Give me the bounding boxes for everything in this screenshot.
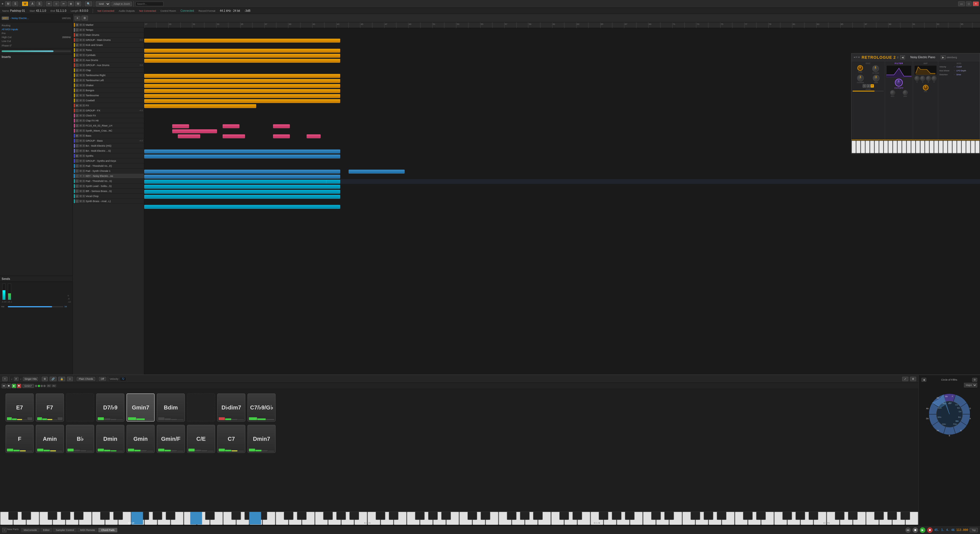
- cof-prev-btn[interactable]: ◀: [921, 378, 926, 382]
- clip[interactable]: [273, 124, 290, 128]
- track-solo-btn[interactable]: S: [82, 74, 85, 77]
- track-solo-btn[interactable]: S: [82, 129, 85, 132]
- toolbar-btn-zoom-in[interactable]: 🔍: [85, 2, 92, 6]
- tab-editor[interactable]: Editor: [40, 528, 52, 532]
- cpads-settings-btn[interactable]: ⚙: [42, 377, 48, 381]
- track-mute-btn[interactable]: M: [79, 29, 82, 31]
- toolbar-btn-m[interactable]: M: [5, 2, 11, 6]
- track-mute-btn[interactable]: M: [79, 99, 82, 102]
- timeline-track-row[interactable]: [144, 204, 980, 209]
- cpads-settings-2-btn[interactable]: ⚙: [910, 377, 916, 381]
- tab-chord-pads[interactable]: Chord Pads: [98, 528, 117, 532]
- track-row[interactable]: MSGROUP - Aux Drums0.0: [73, 63, 144, 68]
- chord-pad[interactable]: Gmin/F: [157, 425, 185, 453]
- track-row[interactable]: MSGROUP - Synths and Keys: [73, 158, 144, 164]
- timeline-track-row[interactable]: [144, 33, 980, 38]
- timeline-track-row[interactable]: [144, 189, 980, 194]
- cof-settings-btn[interactable]: ⚙: [972, 378, 977, 382]
- toolbar-btn-s[interactable]: S: [12, 2, 18, 6]
- chord-pad[interactable]: Bdim: [157, 394, 185, 421]
- track-solo-btn[interactable]: S: [82, 109, 85, 112]
- chord-pad[interactable]: Gmin: [127, 425, 154, 453]
- clip[interactable]: [144, 89, 340, 93]
- chord-pad[interactable]: Amin: [36, 425, 64, 453]
- chord-pad[interactable]: [66, 394, 94, 421]
- cpads-link-btn[interactable]: 🔗: [49, 377, 57, 381]
- clip[interactable]: [144, 104, 256, 108]
- track-solo-btn[interactable]: S: [82, 149, 85, 152]
- minimize-btn[interactable]: —: [958, 2, 965, 6]
- track-mute-btn[interactable]: M: [79, 185, 82, 188]
- track-row[interactable]: MSGROUP - FX-4.0: [73, 108, 144, 113]
- timeline-track-row[interactable]: [144, 28, 980, 33]
- filter-env-knob[interactable]: [903, 90, 908, 95]
- track-row[interactable]: MSGROUP - Main Drums0.0: [73, 38, 144, 43]
- clip[interactable]: [144, 154, 340, 158]
- toolbar-btn-glue[interactable]: ⊕: [68, 2, 74, 6]
- toolbar-btn-select[interactable]: ⊹: [53, 2, 59, 6]
- track-mute-btn[interactable]: M: [79, 79, 82, 82]
- osc-tune-knob[interactable]: [858, 65, 863, 71]
- track-row[interactable]: ♩MSTempo: [73, 27, 144, 32]
- timeline-track-row[interactable]: [144, 184, 980, 189]
- track-mute-btn[interactable]: M: [79, 74, 82, 77]
- track-mute-btn[interactable]: M: [79, 104, 82, 107]
- mini-stop-btn[interactable]: ⏹: [7, 384, 11, 388]
- track-mute-btn[interactable]: M: [79, 134, 82, 137]
- chord-pad[interactable]: E7: [6, 394, 33, 421]
- chord-pad[interactable]: Gmin7: [127, 394, 154, 421]
- track-solo-btn[interactable]: S: [82, 145, 85, 147]
- track-row[interactable]: ⊿MSClock FX: [73, 113, 144, 118]
- clip[interactable]: [144, 84, 340, 88]
- wave-sine[interactable]: ∿: [863, 84, 866, 87]
- track-solo-btn[interactable]: S: [82, 99, 85, 102]
- chord-pad[interactable]: Dmin7: [248, 425, 275, 453]
- wave-square[interactable]: ⊓: [870, 84, 874, 87]
- track-row[interactable]: ⊿MSToms: [73, 48, 144, 52]
- track-row[interactable]: ⊿MSCowbell: [73, 98, 144, 103]
- track-row[interactable]: ▶MSAux Drums: [73, 58, 144, 63]
- track-solo-btn[interactable]: S: [82, 185, 85, 188]
- tab-mixconsole[interactable]: MixConsole: [21, 528, 40, 532]
- track-row[interactable]: ♪MSBA - Multi Electric (HS): [73, 143, 144, 148]
- clip[interactable]: [144, 79, 340, 83]
- track-row[interactable]: ♪MSKEY - Noisy Electric...no: [73, 173, 144, 178]
- track-mute-btn[interactable]: M: [79, 84, 82, 87]
- track-solo-btn[interactable]: S: [82, 64, 85, 67]
- track-solo-btn[interactable]: S: [82, 33, 85, 37]
- stop-btn[interactable]: ⏹: [913, 527, 918, 533]
- track-mute-btn[interactable]: M: [79, 139, 82, 142]
- track-solo-btn[interactable]: S: [82, 165, 85, 167]
- clip[interactable]: [144, 185, 340, 189]
- clip[interactable]: [144, 49, 340, 52]
- cpads-key-label[interactable]: F: [14, 377, 19, 381]
- track-row[interactable]: ♪MSBR - Serious Brass...S): [73, 189, 144, 194]
- toolbar-btn-w[interactable]: W: [22, 2, 28, 6]
- av-btn[interactable]: AV: [47, 384, 51, 387]
- timeline-track-row[interactable]: [144, 48, 980, 53]
- clip[interactable]: [178, 134, 200, 138]
- timeline-track-row[interactable]: [144, 169, 980, 174]
- timeline-track-row[interactable]: [144, 154, 980, 159]
- track-mute-btn[interactable]: M: [79, 44, 82, 46]
- track-row[interactable]: ⊿MSShaker: [73, 83, 144, 88]
- track-mute-btn[interactable]: M: [79, 154, 82, 157]
- track-mute-btn[interactable]: M: [79, 175, 82, 178]
- track-row[interactable]: ⊿MSSynth_Wave_Cras...NC: [73, 128, 144, 133]
- track-row[interactable]: ⊿MSBongos: [73, 88, 144, 93]
- track-solo-btn[interactable]: S: [82, 114, 85, 117]
- clip[interactable]: [326, 180, 340, 184]
- track-mute-btn[interactable]: M: [79, 200, 82, 203]
- track-row[interactable]: ⊿MSFC15_Kit_02_Riser_LH: [73, 123, 144, 128]
- track-mute-btn[interactable]: M: [79, 119, 82, 122]
- track-row[interactable]: ⊿MSCymbals: [73, 52, 144, 58]
- chord-pad[interactable]: C/E: [187, 425, 215, 453]
- mini-rewind-btn[interactable]: ⏮: [2, 384, 6, 388]
- track-solo-btn[interactable]: S: [82, 134, 85, 137]
- clip[interactable]: [273, 134, 290, 138]
- clip[interactable]: [144, 149, 340, 153]
- track-solo-btn[interactable]: S: [82, 104, 85, 107]
- track-row[interactable]: ⊿MSVocal Chop: [73, 194, 144, 199]
- clip[interactable]: [144, 54, 340, 58]
- track-solo-btn[interactable]: S: [82, 175, 85, 178]
